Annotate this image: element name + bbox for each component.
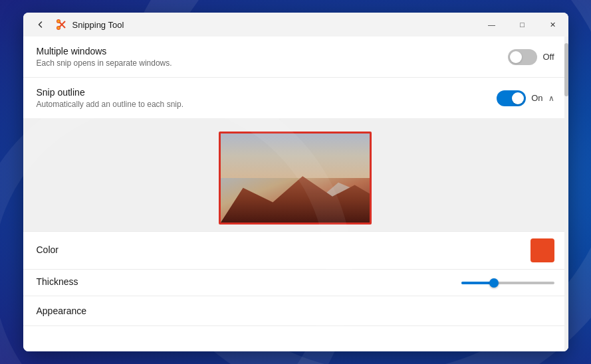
svg-point-5 bbox=[57, 27, 60, 29]
snip-outline-header: Snip outline Automatically add an outlin… bbox=[23, 78, 568, 118]
maximize-button[interactable]: □ bbox=[507, 13, 538, 37]
appearance-label: Appearance bbox=[37, 306, 87, 316]
scrollbar-track bbox=[564, 37, 568, 351]
multiple-windows-toggle-label: Off bbox=[542, 52, 554, 62]
app-icon bbox=[55, 18, 68, 31]
thickness-slider-thumb[interactable] bbox=[489, 278, 499, 288]
snip-outline-preview bbox=[23, 118, 568, 231]
multiple-windows-label: Multiple windows bbox=[37, 46, 172, 56]
settings-panel: Multiple windows Each snip opens in sepa… bbox=[23, 37, 568, 351]
snip-outline-section: Snip outline Automatically add an outlin… bbox=[23, 78, 568, 296]
preview-image-wrapper bbox=[219, 132, 372, 225]
content-area: Multiple windows Each snip opens in sepa… bbox=[23, 37, 568, 351]
color-label: Color bbox=[37, 244, 59, 255]
multiple-windows-info: Multiple windows Each snip opens in sepa… bbox=[37, 46, 172, 68]
thickness-row: Thickness bbox=[23, 269, 568, 296]
snip-outline-label: Snip outline bbox=[37, 87, 183, 98]
window-controls: — □ ✕ bbox=[477, 13, 568, 37]
thickness-label: Thickness bbox=[37, 276, 78, 287]
multiple-windows-row: Multiple windows Each snip opens in sepa… bbox=[23, 37, 568, 78]
appearance-row: Appearance bbox=[23, 296, 568, 326]
color-row: Color bbox=[23, 231, 568, 269]
snip-outline-toggle[interactable] bbox=[497, 90, 526, 106]
multiple-windows-toggle[interactable] bbox=[508, 49, 537, 65]
app-window: Snipping Tool — □ ✕ Multiple windows Eac… bbox=[23, 13, 568, 351]
snip-outline-chevron[interactable]: ∧ bbox=[548, 94, 554, 103]
close-button[interactable]: ✕ bbox=[538, 13, 568, 37]
preview-image bbox=[221, 134, 370, 223]
snip-outline-info: Snip outline Automatically add an outlin… bbox=[37, 87, 183, 109]
sky-layer bbox=[221, 134, 370, 178]
back-button[interactable] bbox=[31, 15, 50, 34]
titlebar: Snipping Tool — □ ✕ bbox=[23, 13, 568, 37]
thickness-slider-container bbox=[461, 282, 554, 284]
multiple-windows-desc: Each snip opens in separate windows. bbox=[37, 58, 172, 68]
thickness-slider-track[interactable] bbox=[461, 282, 554, 284]
color-swatch[interactable] bbox=[531, 238, 554, 262]
snip-outline-toggle-label: On bbox=[531, 93, 542, 103]
snip-outline-desc: Automatically add an outline to each sni… bbox=[37, 100, 183, 109]
multiple-windows-control: Off bbox=[508, 49, 554, 65]
svg-point-4 bbox=[57, 20, 60, 23]
scrollbar-thumb[interactable] bbox=[564, 43, 568, 96]
minimize-button[interactable]: — bbox=[477, 13, 507, 37]
snip-outline-control: On ∧ bbox=[497, 90, 554, 106]
